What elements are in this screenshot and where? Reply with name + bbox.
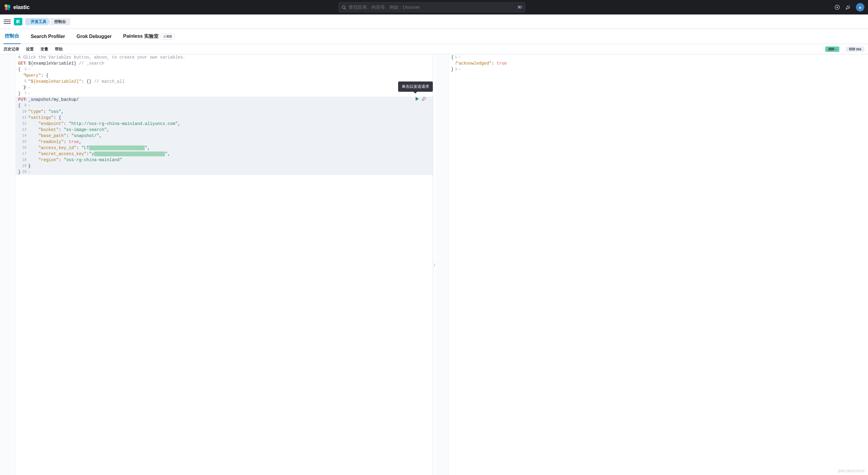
svg-line-5 xyxy=(345,8,346,9)
response-gutter xyxy=(435,54,449,475)
line-number: 18 xyxy=(16,157,28,163)
send-request-tooltip: 单击以发送请求 xyxy=(398,82,433,92)
brand-name: elastic xyxy=(13,4,30,10)
code-line[interactable]: 8PUT _snapshot/my_backup/ xyxy=(16,96,433,102)
request-actions xyxy=(415,96,426,102)
line-number: 3 xyxy=(16,66,28,72)
fold-icon[interactable]: ▴ xyxy=(459,66,461,72)
code-line[interactable]: 19▴ } xyxy=(16,163,433,169)
toolbar-history[interactable]: 历史记录 xyxy=(4,47,19,52)
code-line[interactable]: 6▴ } xyxy=(16,85,433,91)
fold-icon[interactable]: ▾ xyxy=(28,102,31,109)
svg-line-8 xyxy=(849,5,849,6)
line-number: 19 xyxy=(16,163,28,169)
line-number: 1 xyxy=(449,54,459,60)
code-line[interactable]: 12 "endpoint": "http://oss-rg-china-main… xyxy=(16,121,433,127)
fold-icon[interactable]: ▴ xyxy=(28,85,31,91)
toolbar-variables[interactable]: 变量 xyxy=(40,47,48,52)
tab-3[interactable]: Painless 实验室公测版 xyxy=(122,29,176,44)
line-number: 11 xyxy=(16,115,28,121)
celebrate-icon[interactable] xyxy=(845,4,851,10)
line-text: GET ${exampleVariable1} // _search xyxy=(16,60,104,66)
code-line[interactable]: 9▾{ xyxy=(16,102,433,109)
beta-badge: 公测版 xyxy=(160,33,175,39)
toolbar-help[interactable]: 帮助 xyxy=(55,47,63,52)
breadcrumb: 开发工具 控制台 xyxy=(25,18,70,25)
secondary-header: 默 开发工具 控制台 xyxy=(0,14,868,29)
fold-icon[interactable]: ▾ xyxy=(28,72,31,79)
top-header: elastic ⌘/ e xyxy=(0,0,868,14)
line-text: # Click the Variables button, above, to … xyxy=(16,54,185,60)
watermark: @稀土掘金技术社区 xyxy=(838,469,865,473)
code-line[interactable]: 18 "region": "oss-rg-china-mainland" xyxy=(16,157,433,163)
search-icon xyxy=(342,5,346,10)
tab-1[interactable]: Search Profiler xyxy=(30,30,66,43)
fold-icon[interactable]: ▾ xyxy=(28,115,31,121)
line-text: "endpoint": "http://oss-rg-china-mainlan… xyxy=(16,121,180,127)
fold-icon[interactable]: ▾ xyxy=(459,54,461,60)
fold-icon[interactable]: ▴ xyxy=(28,91,31,96)
line-number: 15 xyxy=(16,139,28,145)
response-status-code: 200 - xyxy=(825,47,839,52)
tab-2[interactable]: Grok Debugger xyxy=(75,30,113,43)
code-line[interactable]: 11▾ "settings": { xyxy=(16,115,433,121)
code-line[interactable]: 5 "${exampleVariable2}": {} // match_all xyxy=(16,79,433,85)
code-line[interactable]: 7▴} xyxy=(16,91,433,96)
code-line[interactable]: 1▾{ xyxy=(449,54,868,60)
line-number: 14 xyxy=(16,133,28,139)
code-line[interactable]: 3▴} xyxy=(449,66,868,72)
deployment-badge[interactable]: 默 xyxy=(14,18,22,25)
code-line[interactable]: 15 "readonly": true, xyxy=(16,139,433,145)
search-shortcut: ⌘/ xyxy=(518,5,522,9)
code-line[interactable]: 2GET ${exampleVariable1} // _search xyxy=(16,60,433,66)
code-line[interactable]: 16 "access_key_id": "LTXXXXXXXXXXXXXXXXX… xyxy=(16,145,433,151)
toolbar-settings[interactable]: 设置 xyxy=(26,47,34,52)
code-line[interactable]: 1# Click the Variables button, above, to… xyxy=(16,54,433,60)
line-number: 17 xyxy=(16,151,28,157)
request-gutter xyxy=(0,54,16,475)
tab-0[interactable]: 控制台 xyxy=(4,29,21,44)
code-line[interactable]: 4▾ "query": { xyxy=(16,72,433,79)
line-number: 1 xyxy=(16,54,28,60)
breadcrumb-devtools[interactable]: 开发工具 xyxy=(25,18,51,25)
svg-point-1 xyxy=(7,5,10,8)
code-line[interactable]: 2 "acknowledged": true xyxy=(449,60,868,66)
line-text: "base_path": "snapshot/", xyxy=(16,133,102,139)
nav-toggle-icon[interactable] xyxy=(4,18,11,25)
split-handle[interactable]: || xyxy=(433,54,435,475)
user-avatar[interactable]: e xyxy=(856,3,864,11)
code-line[interactable]: 3▾{ xyxy=(16,66,433,72)
line-number: 16 xyxy=(16,145,28,151)
editor-split: 1# Click the Variables button, above, to… xyxy=(0,54,868,475)
header-actions: e xyxy=(834,3,864,11)
brand-logo[interactable]: elastic xyxy=(4,4,30,11)
elastic-logo-icon xyxy=(4,4,11,11)
line-number: 6 xyxy=(16,85,28,91)
line-number: 13 xyxy=(16,127,28,133)
request-pane[interactable]: 1# Click the Variables button, above, to… xyxy=(0,54,433,475)
code-line[interactable]: 13 "bucket": "es-image-search", xyxy=(16,127,433,133)
code-line[interactable]: 20▴} xyxy=(16,169,433,175)
response-latency: 659 ms xyxy=(846,47,864,52)
line-number: 4 xyxy=(16,72,28,79)
tab-label: Search Profiler xyxy=(31,34,65,39)
app-tabs: 控制台Search ProfilerGrok DebuggerPainless … xyxy=(0,29,868,44)
news-icon[interactable] xyxy=(834,4,840,10)
code-line[interactable]: 14 "base_path": "snapshot/", xyxy=(16,133,433,139)
tab-label: Painless 实验室 xyxy=(123,33,158,39)
breadcrumb-console: 控制台 xyxy=(49,18,70,25)
svg-point-7 xyxy=(837,7,838,8)
tab-label: 控制台 xyxy=(5,33,19,39)
line-number: 8 xyxy=(16,96,28,102)
code-line[interactable]: 10 "type": "oss", xyxy=(16,109,433,115)
fold-icon[interactable]: ▾ xyxy=(28,66,31,72)
global-search-box[interactable]: ⌘/ xyxy=(338,2,525,12)
code-line[interactable]: 17 "secret_access_key":"yXXXXXXXXXXXXXXX… xyxy=(16,151,433,157)
console-toolbar: 历史记录 设置 变量 帮助 200 - 659 ms xyxy=(0,44,868,54)
response-pane[interactable]: 1▾{2 "acknowledged": true3▴} xyxy=(435,54,868,475)
fold-icon[interactable]: ▴ xyxy=(28,163,31,169)
fold-icon[interactable]: ▴ xyxy=(28,169,31,175)
wrench-icon[interactable] xyxy=(422,96,426,103)
play-icon[interactable] xyxy=(415,96,419,102)
global-search-input[interactable] xyxy=(349,5,515,10)
